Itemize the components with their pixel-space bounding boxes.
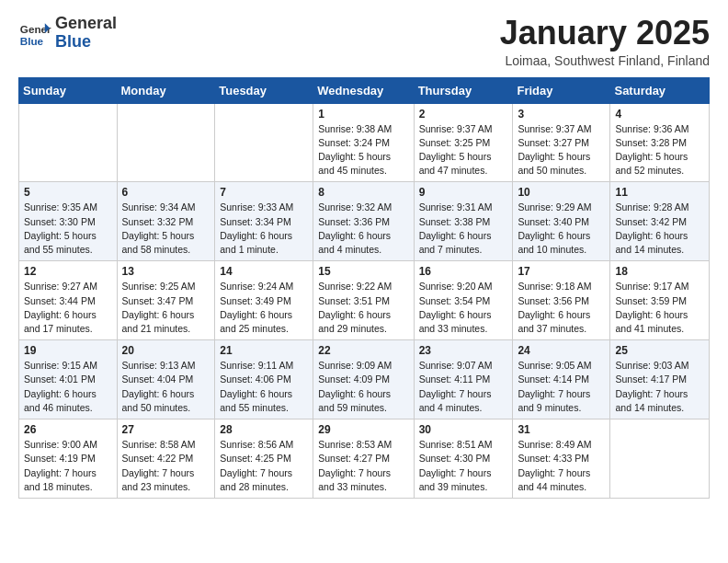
- day-info: Sunrise: 8:51 AM Sunset: 4:30 PM Dayligh…: [419, 438, 508, 494]
- day-number: 10: [518, 186, 605, 199]
- col-saturday: Saturday: [610, 77, 710, 103]
- day-info: Sunrise: 8:58 AM Sunset: 4:22 PM Dayligh…: [122, 438, 210, 494]
- day-number: 2: [419, 108, 508, 121]
- col-friday: Friday: [513, 77, 610, 103]
- logo: General Blue General Blue: [18, 15, 117, 52]
- day-number: 31: [518, 423, 605, 436]
- day-number: 5: [24, 186, 112, 199]
- calendar-cell-w1-d0: [19, 103, 118, 182]
- day-number: 8: [318, 186, 408, 199]
- day-number: 9: [419, 186, 508, 199]
- col-sunday: Sunday: [19, 77, 118, 103]
- calendar-cell-w2-d4: 9Sunrise: 9:31 AM Sunset: 3:38 PM Daylig…: [414, 182, 513, 261]
- calendar-cell-w4-d1: 20Sunrise: 9:13 AM Sunset: 4:04 PM Dayli…: [117, 340, 215, 419]
- calendar-cell-w2-d2: 7Sunrise: 9:33 AM Sunset: 3:34 PM Daylig…: [215, 182, 313, 261]
- title-block: January 2025 Loimaa, Southwest Finland, …: [500, 15, 710, 68]
- page: General Blue General Blue January 2025 L…: [0, 0, 728, 513]
- calendar-cell-w5-d5: 31Sunrise: 8:49 AM Sunset: 4:33 PM Dayli…: [513, 419, 610, 499]
- calendar-cell-w2-d6: 11Sunrise: 9:28 AM Sunset: 3:42 PM Dayli…: [610, 182, 710, 261]
- day-number: 16: [419, 265, 508, 278]
- day-number: 1: [318, 108, 408, 121]
- day-number: 4: [615, 108, 704, 121]
- calendar-cell-w4-d4: 23Sunrise: 9:07 AM Sunset: 4:11 PM Dayli…: [414, 340, 513, 419]
- day-number: 25: [615, 344, 704, 357]
- week-row-4: 19Sunrise: 9:15 AM Sunset: 4:01 PM Dayli…: [19, 340, 710, 419]
- day-number: 18: [615, 265, 704, 278]
- day-info: Sunrise: 9:05 AM Sunset: 4:14 PM Dayligh…: [518, 359, 605, 415]
- day-number: 20: [122, 344, 210, 357]
- calendar-cell-w3-d0: 12Sunrise: 9:27 AM Sunset: 3:44 PM Dayli…: [19, 261, 118, 340]
- calendar-cell-w5-d4: 30Sunrise: 8:51 AM Sunset: 4:30 PM Dayli…: [414, 419, 513, 499]
- calendar-cell-w4-d2: 21Sunrise: 9:11 AM Sunset: 4:06 PM Dayli…: [215, 340, 313, 419]
- day-info: Sunrise: 9:29 AM Sunset: 3:40 PM Dayligh…: [518, 201, 605, 257]
- calendar-cell-w1-d5: 3Sunrise: 9:37 AM Sunset: 3:27 PM Daylig…: [513, 103, 610, 182]
- day-number: 23: [419, 344, 508, 357]
- day-info: Sunrise: 9:37 AM Sunset: 3:25 PM Dayligh…: [419, 122, 508, 178]
- day-number: 22: [318, 344, 408, 357]
- calendar-cell-w1-d4: 2Sunrise: 9:37 AM Sunset: 3:25 PM Daylig…: [414, 103, 513, 182]
- day-number: 11: [615, 186, 704, 199]
- day-info: Sunrise: 9:35 AM Sunset: 3:30 PM Dayligh…: [24, 201, 112, 257]
- calendar-table: Sunday Monday Tuesday Wednesday Thursday…: [18, 77, 710, 499]
- day-number: 7: [220, 186, 308, 199]
- day-info: Sunrise: 9:09 AM Sunset: 4:09 PM Dayligh…: [318, 359, 408, 415]
- calendar-cell-w3-d3: 15Sunrise: 9:22 AM Sunset: 3:51 PM Dayli…: [313, 261, 414, 340]
- day-info: Sunrise: 9:07 AM Sunset: 4:11 PM Dayligh…: [419, 359, 508, 415]
- day-number: 24: [518, 344, 605, 357]
- day-info: Sunrise: 9:33 AM Sunset: 3:34 PM Dayligh…: [220, 201, 308, 257]
- calendar-cell-w2-d5: 10Sunrise: 9:29 AM Sunset: 3:40 PM Dayli…: [513, 182, 610, 261]
- day-number: 15: [318, 265, 408, 278]
- col-tuesday: Tuesday: [215, 77, 313, 103]
- calendar-cell-w4-d0: 19Sunrise: 9:15 AM Sunset: 4:01 PM Dayli…: [19, 340, 118, 419]
- day-info: Sunrise: 9:34 AM Sunset: 3:32 PM Dayligh…: [122, 201, 210, 257]
- day-info: Sunrise: 9:24 AM Sunset: 3:49 PM Dayligh…: [220, 280, 308, 336]
- calendar-cell-w1-d3: 1Sunrise: 9:38 AM Sunset: 3:24 PM Daylig…: [313, 103, 414, 182]
- svg-text:Blue: Blue: [20, 34, 44, 46]
- logo-general-text: General: [55, 15, 117, 33]
- week-row-1: 1Sunrise: 9:38 AM Sunset: 3:24 PM Daylig…: [19, 103, 710, 182]
- calendar-cell-w5-d0: 26Sunrise: 9:00 AM Sunset: 4:19 PM Dayli…: [19, 419, 118, 499]
- calendar-cell-w3-d6: 18Sunrise: 9:17 AM Sunset: 3:59 PM Dayli…: [610, 261, 710, 340]
- logo-text: General Blue: [55, 15, 117, 52]
- calendar-cell-w4-d5: 24Sunrise: 9:05 AM Sunset: 4:14 PM Dayli…: [513, 340, 610, 419]
- day-info: Sunrise: 9:22 AM Sunset: 3:51 PM Dayligh…: [318, 280, 408, 336]
- day-info: Sunrise: 9:18 AM Sunset: 3:56 PM Dayligh…: [518, 280, 605, 336]
- calendar-cell-w5-d3: 29Sunrise: 8:53 AM Sunset: 4:27 PM Dayli…: [313, 419, 414, 499]
- week-row-3: 12Sunrise: 9:27 AM Sunset: 3:44 PM Dayli…: [19, 261, 710, 340]
- col-wednesday: Wednesday: [313, 77, 414, 103]
- calendar-cell-w3-d4: 16Sunrise: 9:20 AM Sunset: 3:54 PM Dayli…: [414, 261, 513, 340]
- calendar-cell-w2-d0: 5Sunrise: 9:35 AM Sunset: 3:30 PM Daylig…: [19, 182, 118, 261]
- day-info: Sunrise: 9:32 AM Sunset: 3:36 PM Dayligh…: [318, 201, 408, 257]
- calendar-cell-w5-d1: 27Sunrise: 8:58 AM Sunset: 4:22 PM Dayli…: [117, 419, 215, 499]
- calendar-cell-w5-d2: 28Sunrise: 8:56 AM Sunset: 4:25 PM Dayli…: [215, 419, 313, 499]
- calendar-cell-w3-d2: 14Sunrise: 9:24 AM Sunset: 3:49 PM Dayli…: [215, 261, 313, 340]
- calendar-cell-w4-d6: 25Sunrise: 9:03 AM Sunset: 4:17 PM Dayli…: [610, 340, 710, 419]
- day-number: 19: [24, 344, 112, 357]
- calendar-location: Loimaa, Southwest Finland, Finland: [500, 53, 710, 68]
- day-number: 6: [122, 186, 210, 199]
- calendar-cell-w1-d6: 4Sunrise: 9:36 AM Sunset: 3:28 PM Daylig…: [610, 103, 710, 182]
- calendar-cell-w3-d1: 13Sunrise: 9:25 AM Sunset: 3:47 PM Dayli…: [117, 261, 215, 340]
- day-number: 17: [518, 265, 605, 278]
- day-number: 21: [220, 344, 308, 357]
- calendar-header-row: Sunday Monday Tuesday Wednesday Thursday…: [19, 77, 710, 103]
- day-number: 26: [24, 423, 112, 436]
- day-info: Sunrise: 9:38 AM Sunset: 3:24 PM Dayligh…: [318, 122, 408, 178]
- day-info: Sunrise: 8:53 AM Sunset: 4:27 PM Dayligh…: [318, 438, 408, 494]
- logo-blue-text: Blue: [55, 33, 117, 52]
- day-info: Sunrise: 8:49 AM Sunset: 4:33 PM Dayligh…: [518, 438, 605, 494]
- day-number: 12: [24, 265, 112, 278]
- calendar-cell-w1-d2: [215, 103, 313, 182]
- day-number: 28: [220, 423, 308, 436]
- day-info: Sunrise: 9:25 AM Sunset: 3:47 PM Dayligh…: [122, 280, 210, 336]
- calendar-cell-w3-d5: 17Sunrise: 9:18 AM Sunset: 3:56 PM Dayli…: [513, 261, 610, 340]
- calendar-cell-w5-d6: [610, 419, 710, 499]
- day-info: Sunrise: 9:00 AM Sunset: 4:19 PM Dayligh…: [24, 438, 112, 494]
- day-info: Sunrise: 9:36 AM Sunset: 3:28 PM Dayligh…: [615, 122, 704, 178]
- week-row-5: 26Sunrise: 9:00 AM Sunset: 4:19 PM Dayli…: [19, 419, 710, 499]
- day-info: Sunrise: 9:27 AM Sunset: 3:44 PM Dayligh…: [24, 280, 112, 336]
- day-number: 29: [318, 423, 408, 436]
- calendar-cell-w2-d3: 8Sunrise: 9:32 AM Sunset: 3:36 PM Daylig…: [313, 182, 414, 261]
- calendar-cell-w1-d1: [117, 103, 215, 182]
- calendar-title: January 2025: [500, 15, 710, 52]
